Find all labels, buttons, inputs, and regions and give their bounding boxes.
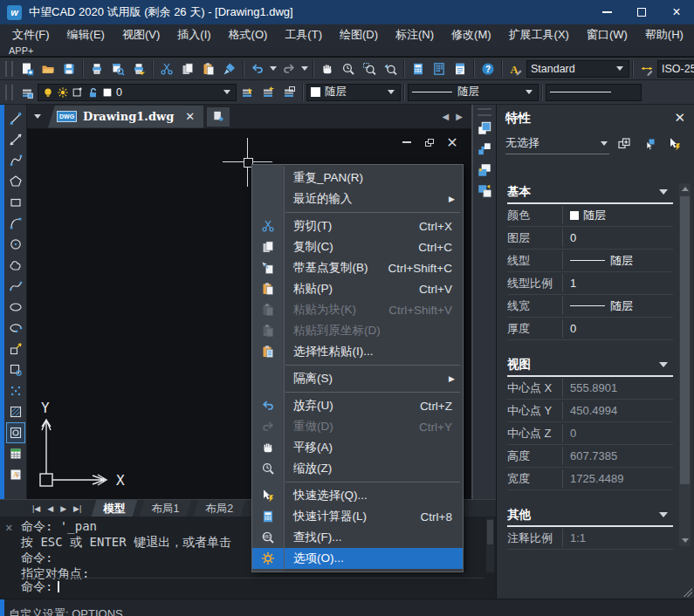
draw-tool-mtext-button[interactable]: A xyxy=(6,464,25,485)
chevron-down-icon[interactable] xyxy=(526,90,533,94)
bring-to-front-button[interactable] xyxy=(474,118,495,139)
dim-style-icon-button[interactable] xyxy=(636,59,657,79)
layout-tab-布局1[interactable]: 布局1 xyxy=(139,500,191,517)
scroll-down-icon[interactable] xyxy=(679,535,691,546)
menu-item-item-1[interactable]: 最近的输入▶ xyxy=(252,188,463,209)
draw-tool-make-block-button[interactable] xyxy=(6,359,25,380)
draw-tool-xline-button[interactable] xyxy=(6,129,25,150)
draw-tool-table-button[interactable] xyxy=(6,443,25,464)
tab-scroll-right-icon[interactable]: ▶ xyxy=(456,112,463,121)
menu-item-paste-block[interactable]: 粘贴为块(K)Ctrl+Shift+V xyxy=(252,299,463,320)
copy-button[interactable] xyxy=(177,59,198,79)
menubar-item-8[interactable]: 修改(M) xyxy=(443,24,500,45)
window-minimize-button[interactable] xyxy=(589,0,624,24)
toolbar-grip[interactable] xyxy=(478,108,491,116)
menubar-item-2[interactable]: 视图(V) xyxy=(113,24,168,45)
menubar-item-11[interactable]: 帮助(H) xyxy=(636,24,692,45)
draw-tool-hatch-button[interactable] xyxy=(6,401,25,422)
draw-tool-point-button[interactable] xyxy=(6,380,25,401)
next-tab-icon[interactable]: ▶ xyxy=(58,504,69,513)
menubar-item-4[interactable]: 格式(O) xyxy=(220,24,277,45)
layer-combo[interactable]: 0 xyxy=(38,84,237,101)
menu-item-paste-origin[interactable]: 粘贴到原坐标(D) xyxy=(252,320,463,341)
menu-item-paste-special[interactable]: 选择性粘贴(I)... xyxy=(252,341,463,362)
document-list-dropdown[interactable] xyxy=(27,106,48,128)
menu-item-item-0[interactable]: 重复_PAN(R) xyxy=(252,168,463,188)
property-value[interactable]: 555.8901 xyxy=(563,381,617,394)
menu-item-redo[interactable]: 重做(D)Ctrl+Y xyxy=(252,416,463,437)
property-value[interactable]: 0 xyxy=(563,231,576,244)
quick-select-button[interactable] xyxy=(664,133,685,154)
zoom-previous-button[interactable] xyxy=(380,59,401,79)
property-value[interactable]: 随层 xyxy=(563,208,606,223)
menubar-item-3[interactable]: 插入(I) xyxy=(168,24,219,45)
color-combo[interactable]: 随层 xyxy=(306,84,401,101)
layout-tab-布局2[interactable]: 布局2 xyxy=(193,500,245,517)
toolbar-grip[interactable] xyxy=(5,85,13,100)
draw-tool-ellipse-arc-button[interactable] xyxy=(6,318,25,339)
menu-item-item-11[interactable]: 隔离(S)▶ xyxy=(252,368,463,389)
draw-tool-polygon-button[interactable] xyxy=(6,171,25,192)
zoom-window-button[interactable] xyxy=(359,59,380,79)
bring-above-objects-button[interactable] xyxy=(474,181,495,202)
menu-item-zoom[interactable]: 缩放(Z) xyxy=(252,458,463,479)
menu-item-options[interactable]: 选项(O)... xyxy=(252,548,463,569)
match-properties-button[interactable] xyxy=(219,59,240,79)
collapse-arrow-icon[interactable] xyxy=(659,362,668,367)
property-value[interactable]: 1725.4489 xyxy=(563,472,623,485)
chevron-down-icon[interactable] xyxy=(223,90,230,94)
select-objects-button[interactable] xyxy=(639,133,660,154)
pan-button[interactable] xyxy=(317,59,338,79)
menu-item-find[interactable]: ABC查找(F)... xyxy=(252,527,463,548)
property-value[interactable]: 0 xyxy=(563,427,576,440)
command-close-icon[interactable]: ✕ xyxy=(5,520,12,534)
menu-item-calculator[interactable]: 快速计算器(L)Ctrl+8 xyxy=(252,506,463,527)
tool-palettes-button[interactable] xyxy=(429,59,450,79)
document-tab-close-icon[interactable]: ✕ xyxy=(180,110,195,123)
paste-button[interactable] xyxy=(198,59,219,79)
property-value[interactable]: 1:1 xyxy=(563,531,586,544)
property-value[interactable]: 随层 xyxy=(563,298,633,314)
menu-item-undo[interactable]: 放弃(U)Ctrl+Z xyxy=(252,395,463,416)
menubar-item-9[interactable]: 扩展工具(X) xyxy=(500,24,578,45)
menubar-app-row[interactable]: APP+ xyxy=(0,45,694,57)
collapse-arrow-icon[interactable] xyxy=(659,512,668,517)
doc-restore-button[interactable] xyxy=(423,136,436,148)
text-style-combo[interactable]: Standard xyxy=(526,60,629,78)
design-center-button[interactable] xyxy=(450,59,471,79)
draw-tool-ellipse-button[interactable] xyxy=(6,297,25,318)
last-tab-icon[interactable]: ▶| xyxy=(71,504,84,513)
first-tab-icon[interactable]: |◀ xyxy=(30,504,43,513)
draw-tool-rectangle-button[interactable] xyxy=(6,192,25,213)
section-header[interactable]: 视图 xyxy=(507,354,673,377)
tab-scroll-left-icon[interactable]: ◀ xyxy=(443,112,450,121)
property-value[interactable]: 1 xyxy=(563,277,576,290)
zoom-realtime-button[interactable] xyxy=(338,59,359,79)
menubar-item-7[interactable]: 标注(N) xyxy=(387,24,443,45)
property-value[interactable]: 450.4994 xyxy=(563,404,617,417)
properties-scrollbar[interactable] xyxy=(679,183,691,546)
command-scrollbar[interactable] xyxy=(486,518,494,572)
draw-tool-region-button[interactable] xyxy=(6,422,25,443)
layer-manager-button[interactable] xyxy=(17,83,38,102)
scroll-up-icon[interactable] xyxy=(679,183,691,195)
undo-dropdown-icon[interactable] xyxy=(270,66,277,71)
plot-button[interactable] xyxy=(128,59,149,79)
menu-item-copy-base[interactable]: 带基点复制(B)Ctrl+Shift+C xyxy=(252,257,463,278)
layout-tab-模型[interactable]: 模型 xyxy=(91,500,137,517)
print-button[interactable] xyxy=(86,59,107,79)
dim-style-combo[interactable]: ISO-25 xyxy=(657,60,694,78)
menubar-item-1[interactable]: 编辑(E) xyxy=(58,24,113,45)
layer-previous-button[interactable] xyxy=(258,83,278,102)
properties-close-icon[interactable]: ✕ xyxy=(674,110,685,126)
doc-minimize-button[interactable] xyxy=(400,136,414,148)
document-tab[interactable]: DWG Drawing1.dwg ✕ xyxy=(48,106,203,128)
menu-item-quick-select[interactable]: 快速选择(Q)... xyxy=(252,485,463,506)
toggle-pickadd-button[interactable] xyxy=(614,133,635,154)
panel-resize-grip[interactable] xyxy=(684,588,692,597)
draw-tool-revcloud-button[interactable] xyxy=(6,255,25,276)
menu-item-cut[interactable]: 剪切(T)Ctrl+X xyxy=(252,216,463,236)
save-button[interactable] xyxy=(58,59,79,79)
prev-tab-icon[interactable]: ◀ xyxy=(45,504,56,513)
section-header[interactable]: 其他 xyxy=(507,504,673,527)
